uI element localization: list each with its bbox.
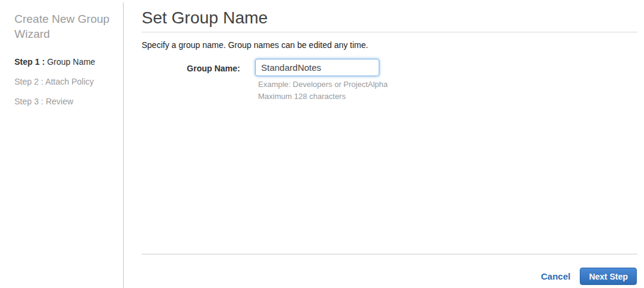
page-description: Specify a group name. Group names can be… — [142, 40, 637, 50]
group-name-field-column: Example: Developers or ProjectAlpha Maxi… — [255, 59, 388, 103]
main-panel: Set Group Name Specify a group name. Gro… — [142, 0, 637, 288]
page-title: Set Group Name — [142, 8, 637, 28]
step-number: Step 2 : — [14, 77, 43, 86]
step-number: Step 3 : — [14, 97, 43, 106]
step-label: Group Name — [45, 57, 95, 67]
cancel-button[interactable]: Cancel — [541, 271, 570, 281]
step-label: Review — [43, 97, 73, 106]
title-divider — [142, 32, 637, 32]
next-step-button[interactable]: Next Step — [580, 268, 637, 285]
wizard-title: Create New Group Wizard — [14, 11, 110, 41]
wizard-steps: Step 1 : Group Name Step 2 : Attach Poli… — [14, 58, 111, 106]
sidebar-divider — [123, 2, 124, 288]
step-label: Attach Policy — [43, 77, 94, 86]
group-name-example-hint: Example: Developers or ProjectAlpha — [258, 79, 388, 91]
step-number: Step 1 : — [14, 57, 45, 67]
group-name-label: Group Name: — [142, 64, 240, 73]
group-name-max-length-hint: Maximum 128 characters — [258, 91, 388, 103]
wizard-sidebar: Create New Group Wizard Step 1 : Group N… — [0, 0, 123, 288]
sidebar-step-group-name[interactable]: Step 1 : Group Name — [14, 58, 111, 66]
group-name-form-row: Group Name: Example: Developers or Proje… — [142, 59, 637, 103]
footer-actions: Cancel Next Step — [142, 254, 637, 285]
wizard-footer: Cancel Next Step — [142, 254, 637, 285]
sidebar-step-attach-policy[interactable]: Step 2 : Attach Policy — [14, 77, 111, 86]
sidebar-step-review[interactable]: Step 3 : Review — [14, 97, 111, 106]
group-name-input[interactable] — [255, 59, 379, 76]
